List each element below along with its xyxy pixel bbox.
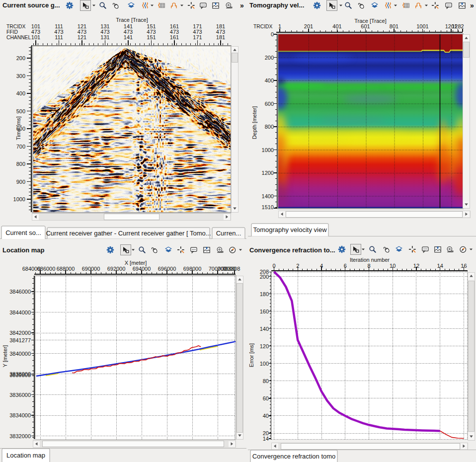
svg-text:Tomography vel...: Tomography vel... — [249, 1, 304, 9]
svg-text:1000: 1000 — [262, 147, 274, 153]
svg-text:3844000: 3844000 — [9, 309, 31, 315]
svg-text:160: 160 — [260, 308, 269, 314]
svg-text:FFID: FFID — [6, 29, 18, 35]
svg-text:101: 101 — [31, 34, 40, 40]
svg-text:60: 60 — [263, 395, 269, 401]
svg-text:700: 700 — [16, 144, 25, 150]
svg-text:900: 900 — [16, 179, 25, 185]
svg-text:686000: 686000 — [37, 266, 56, 272]
svg-text:1001: 1001 — [416, 23, 428, 29]
svg-text:3840000: 3840000 — [9, 351, 31, 357]
svg-text:Trace [Trace]: Trace [Trace] — [116, 17, 148, 23]
svg-text:3846000: 3846000 — [9, 289, 31, 295]
svg-text:151: 151 — [147, 34, 156, 40]
svg-text:141: 141 — [124, 34, 133, 40]
svg-text:Current receiver gather - Curr: Current receiver gather - Current receiv… — [46, 230, 211, 237]
svg-text:201: 201 — [304, 23, 313, 29]
svg-text:Tomography velocity view: Tomography velocity view — [253, 226, 327, 233]
svg-text:Error [ms]: Error [ms] — [248, 343, 254, 367]
svg-text:Time [ms]: Time [ms] — [15, 116, 21, 140]
svg-text:500: 500 — [16, 108, 25, 114]
svg-text:703808: 703808 — [222, 266, 240, 272]
svg-text:200: 200 — [260, 274, 269, 280]
svg-text:800: 800 — [265, 124, 274, 130]
svg-text:CHANNEL: CHANNEL — [6, 35, 31, 40]
svg-text:Location map: Location map — [6, 452, 45, 459]
svg-text:100: 100 — [260, 361, 269, 367]
svg-text:Current so...: Current so... — [5, 229, 41, 236]
svg-text:161: 161 — [170, 34, 179, 40]
svg-text:»: » — [470, 1, 474, 9]
svg-text:200: 200 — [16, 55, 25, 61]
svg-text:400: 400 — [16, 90, 25, 96]
svg-text:TRCIDX: TRCIDX — [253, 24, 272, 29]
svg-text:Curren...: Curren... — [216, 230, 241, 237]
svg-text:40: 40 — [263, 413, 269, 419]
svg-text:111: 111 — [55, 34, 63, 40]
svg-text:401: 401 — [332, 23, 341, 29]
svg-text:TRCIDX: TRCIDX — [6, 24, 25, 29]
svg-text:601: 601 — [361, 23, 370, 29]
svg-text:3832000: 3832000 — [9, 433, 31, 439]
svg-text:171: 171 — [193, 34, 202, 40]
svg-text:Depth [meter]: Depth [meter] — [251, 106, 257, 140]
svg-text:14: 14 — [263, 436, 269, 442]
svg-text:140: 140 — [260, 326, 269, 332]
svg-text:600: 600 — [265, 101, 274, 107]
svg-text:3836000: 3836000 — [9, 392, 31, 398]
svg-text:Trace [Trace]: Trace [Trace] — [354, 18, 387, 24]
svg-text:3841277: 3841277 — [9, 337, 31, 343]
svg-text:»: » — [240, 1, 244, 9]
svg-text:801: 801 — [390, 23, 398, 29]
svg-text:400: 400 — [265, 77, 274, 83]
svg-text:Location map: Location map — [2, 246, 45, 254]
svg-text:X [meter]: X [meter] — [125, 260, 147, 266]
svg-text:80: 80 — [263, 378, 269, 384]
svg-text:131: 131 — [100, 34, 109, 40]
svg-text:120: 120 — [260, 343, 269, 349]
svg-text:121: 121 — [78, 34, 86, 40]
svg-text:200: 200 — [265, 55, 274, 61]
svg-text:3839808: 3839808 — [9, 372, 31, 378]
svg-text:1282: 1282 — [452, 23, 464, 29]
svg-text:300: 300 — [16, 73, 25, 79]
svg-text:3834000: 3834000 — [9, 412, 31, 418]
svg-text:Convergence refraction to...: Convergence refraction to... — [249, 246, 335, 254]
svg-text:Convergence refraction tomo: Convergence refraction tomo — [252, 453, 336, 460]
svg-text:1200: 1200 — [262, 170, 274, 176]
svg-text:Y [meter]: Y [meter] — [2, 345, 8, 367]
svg-text:Iteration number: Iteration number — [350, 257, 390, 263]
svg-text:Current source g...: Current source g... — [2, 1, 60, 9]
svg-text:1: 1 — [278, 23, 281, 29]
svg-text:1400: 1400 — [262, 193, 274, 199]
svg-text:1510: 1510 — [262, 204, 274, 210]
svg-text:181: 181 — [216, 34, 225, 40]
svg-text:3842000: 3842000 — [9, 330, 31, 336]
svg-text:1000: 1000 — [13, 196, 25, 202]
svg-text:180: 180 — [260, 291, 269, 297]
svg-text:800: 800 — [16, 161, 25, 167]
svg-text:0: 0 — [271, 31, 274, 37]
